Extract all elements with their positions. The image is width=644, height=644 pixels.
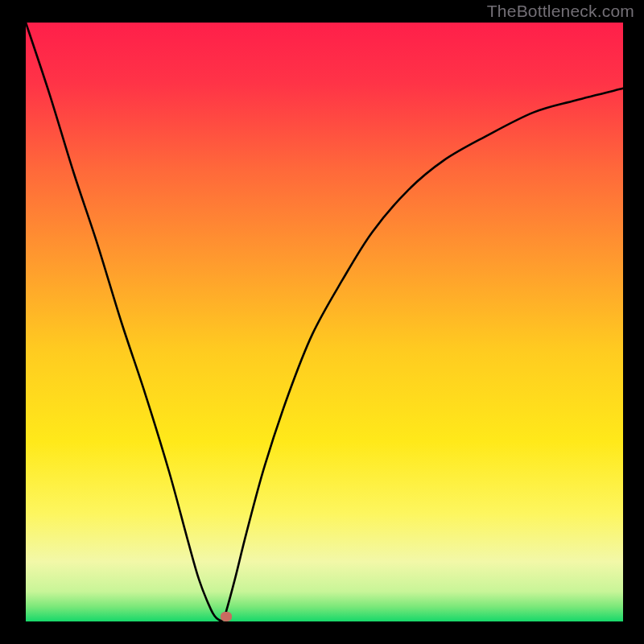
chart-frame: TheBottleneck.com — [0, 0, 644, 644]
minimum-marker — [221, 612, 232, 621]
watermark-text: TheBottleneck.com — [487, 2, 634, 21]
chart-plot — [0, 0, 644, 644]
